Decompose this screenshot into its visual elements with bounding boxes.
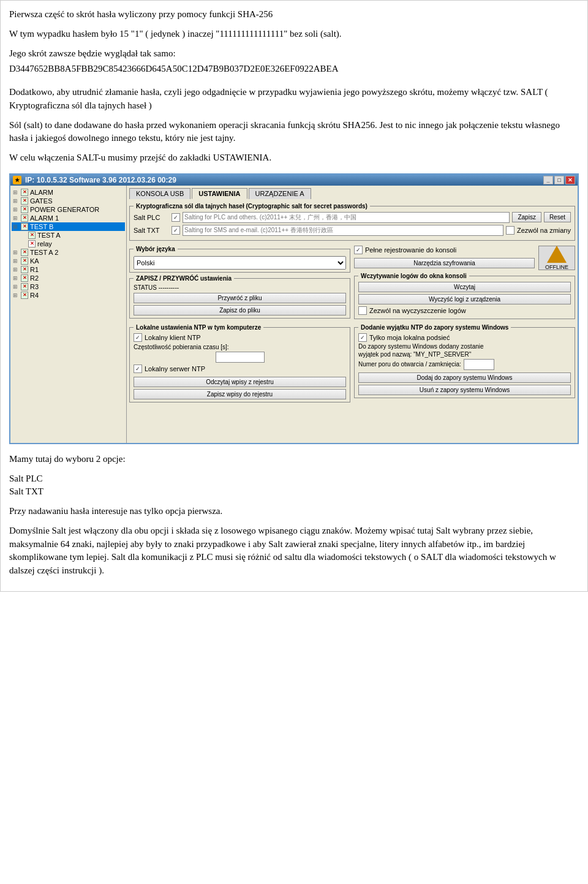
ntp-client-checkbox[interactable]: ✓ [134,333,142,342]
expand-icon: ⊞ [13,224,19,230]
sidebar-item-testa2[interactable]: ⊞ ✕ TEST A 2 [12,248,125,257]
expand-icon: ⊞ [13,292,19,298]
local-subnet-row: ✓ Tylko moja lokalna podsieć [358,333,571,342]
sidebar-item-r3[interactable]: ⊞ ✕ R3 [12,282,125,291]
full-log-row: ✓ Pełne rejestrowanie do konsoli [354,246,535,254]
main-content: KONSOLA USB USTAWIENIA URZĄDZENIE A Kryp… [127,186,578,443]
sidebar-item-relay[interactable]: ✕ relay [12,240,125,248]
right-section: ✓ Pełne rejestrowanie do konsoli Narzędz… [354,246,575,322]
port-label: Numer poru do otwarcia / zamknięcia: [358,361,461,368]
ntp-local-group: Lokalne ustawienia NTP w tym komputerze … [129,324,350,402]
write-registry-button[interactable]: Zapisz wpisy do rejestru [134,389,346,399]
freq-value-input[interactable]: 3600 [216,352,265,363]
sidebar-item-r2[interactable]: ⊞ ✕ R2 [12,274,125,282]
sidebar-item-r4[interactable]: ⊞ ✕ R4 [12,291,125,300]
title-bar-left: ★ IP: 10.0.5.32 Software 3.96 2012.03.26… [13,176,176,184]
outro-para4: Domyślnie Salt jest włączony dla obu opc… [9,524,579,578]
restore-button[interactable]: Przywróć z pliku [134,293,346,303]
tab-bar: KONSOLA USB USTAWIENIA URZĄDZENIE A [129,188,575,199]
salt-txt-row: Salt TXT ✓ Zezwól na zmiany [134,225,571,236]
save-group-title: ZAPISZ / PRZYWRÓĆ ustawienia [134,275,234,282]
full-log-checkbox[interactable]: ✓ [354,246,363,254]
checkbox-testa[interactable]: ✕ [28,232,36,239]
sidebar-label-r2: R2 [30,274,39,282]
checkbox-alarm1[interactable]: ✕ [21,214,28,222]
tab-ustawienia[interactable]: USTAWIENIA [192,188,247,199]
checkbox-testb[interactable]: ✕ [21,223,28,230]
close-button[interactable]: ✕ [565,176,575,184]
checkbox-gates[interactable]: ✕ [21,197,28,205]
offline-label: OFFLINE [545,264,568,270]
local-subnet-checkbox[interactable]: ✓ [358,333,367,342]
checkbox-r1[interactable]: ✕ [21,266,28,273]
checkbox-testa2[interactable]: ✕ [21,249,28,256]
hash-value: D3447652BB8A5FBB29C85423666D645A50C12D47… [9,62,579,76]
language-group: Wybór języka Polski [129,246,350,273]
ntp-server-checkbox[interactable]: ✓ [134,365,142,373]
clear-log-button[interactable]: Wyczyść logi z urządzenia [358,294,571,304]
checkbox-relay[interactable]: ✕ [28,240,36,247]
expand-icon: ⊞ [13,198,19,204]
salt-plc-save-button[interactable]: Zapisz [512,212,541,222]
sidebar: ⊞ ✕ ALARM ⊞ ✕ GATES ⊞ ✕ POWER GENERATOR … [10,186,127,443]
middle-section: Wybór języka Polski ZAPISZ / PRZYWRÓĆ us… [129,246,575,322]
salt-txt-checkbox[interactable]: ✓ [172,226,180,235]
save-button[interactable]: Zapisz do pliku [134,305,346,315]
intro-para1: Pierwsza część to skrót hasła wyliczony … [9,8,579,21]
sidebar-item-alarm1[interactable]: ⊞ ✕ ALARM 1 [12,214,125,222]
full-log-label: Pełne rejestrowanie do konsoli [365,246,456,254]
allow-clear-row: Zezwól na wyczyszczenie logów [358,306,571,315]
checkbox-r4[interactable]: ✕ [21,292,28,299]
sidebar-item-testa[interactable]: ✕ TEST A [12,231,125,240]
sidebar-item-alarm[interactable]: ⊞ ✕ ALARM [12,188,125,197]
remove-firewall-button[interactable]: Usuń z zapory systemu Windows [358,385,571,395]
sidebar-item-power-generator[interactable]: ⊞ ✕ POWER GENERATOR [12,205,125,214]
tools-button[interactable]: Narzędzia szyfrowania [354,258,535,268]
salt-group-title: Kryptograficzna sól dla tajnych haseł (C… [134,203,370,210]
freq-value-container: 3600 [134,352,346,363]
load-log-button[interactable]: Wczytaj [358,282,571,292]
warning-icon [547,246,567,263]
sidebar-label-r4: R4 [30,292,39,299]
salt-plc-row: Salt PLC ✓ Zapisz Reset [134,212,571,223]
allow-changes-checkbox[interactable] [506,226,514,235]
checkbox-r2[interactable]: ✕ [21,274,28,282]
checkbox-power-generator[interactable]: ✕ [21,206,28,213]
sidebar-label-power-generator: POWER GENERATOR [30,206,99,213]
sidebar-label-gates: GATES [30,197,52,205]
salt-plc-reset-button[interactable]: Reset [544,212,571,222]
tab-urzadzenie-a[interactable]: URZĄDZENIE A [249,188,311,199]
intro-para2: W tym wypadku hasłem było 15 "1" ( jedyn… [9,28,579,41]
language-select[interactable]: Polski [134,256,346,270]
maximize-button[interactable]: □ [554,176,564,184]
firewall-desc2: wyjątek pod nazwą: "MY_NTP_SERVER" [358,351,571,358]
salt-plc-checkbox[interactable]: ✓ [172,213,180,222]
expand-icon: ⊞ [13,275,19,281]
title-bar: ★ IP: 10.0.5.32 Software 3.96 2012.03.26… [10,175,578,186]
intro-para5: Sól (salt) to dane dodawane do hasła prz… [9,119,579,146]
sidebar-item-testb[interactable]: ⊞ ✕ TEST B [12,222,125,231]
salt-txt-input[interactable] [183,225,503,236]
tab-konsola-usb[interactable]: KONSOLA USB [129,188,190,199]
sidebar-item-ka[interactable]: ⊞ ✕ KA [12,257,125,265]
sidebar-item-gates[interactable]: ⊞ ✕ GATES [12,197,125,205]
sidebar-label-testb: TEST B [30,223,53,230]
checkbox-ka[interactable]: ✕ [21,257,28,265]
title-bar-controls[interactable]: _ □ ✕ [543,176,575,184]
read-registry-button[interactable]: Odczytaj wpisy z rejestru [134,377,346,387]
checkbox-r3[interactable]: ✕ [21,283,28,290]
minimize-button[interactable]: _ [543,176,553,184]
expand-icon: ⊞ [13,266,19,273]
salt-plc-input[interactable] [183,212,510,223]
offline-badge: OFFLINE [538,246,575,270]
port-value-input[interactable]: 123 [464,359,494,370]
salt-group: Kryptograficzna sól dla tajnych haseł (C… [129,203,575,241]
allow-clear-checkbox[interactable] [358,306,367,315]
checkbox-alarm[interactable]: ✕ [21,189,28,196]
local-subnet-label: Tylko moja lokalna podsieć [369,334,450,341]
add-firewall-button[interactable]: Dodaj do zapory systemu Windows [358,372,571,383]
sidebar-label-alarm1: ALARM 1 [30,214,59,222]
freq-label: Częstotliwość pobierania czasu [s]: [134,344,346,350]
sidebar-item-r1[interactable]: ⊞ ✕ R1 [12,265,125,274]
salt-txt-label: Salt TXT [134,227,169,234]
